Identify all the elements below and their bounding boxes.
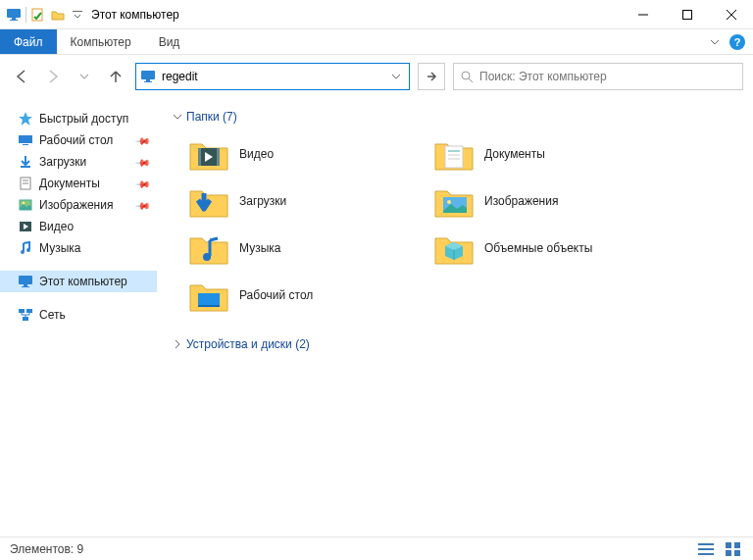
address-dropdown-icon[interactable] xyxy=(387,72,405,81)
properties-icon[interactable] xyxy=(30,7,46,23)
svg-rect-16 xyxy=(21,166,30,168)
desktop-folder-icon xyxy=(188,277,229,314)
ribbon-collapse-icon[interactable] xyxy=(710,37,720,47)
folder-item-3d-objects[interactable]: Объемные объекты xyxy=(431,228,657,269)
sidebar-item-label: Сеть xyxy=(39,308,66,322)
folder-label: Рабочий стол xyxy=(239,288,313,302)
go-button[interactable] xyxy=(418,63,445,90)
svg-rect-10 xyxy=(146,79,150,81)
window-title: Этот компьютер xyxy=(91,8,179,22)
svg-rect-41 xyxy=(198,293,220,307)
svg-rect-11 xyxy=(144,81,152,82)
svg-rect-15 xyxy=(23,144,28,145)
qat-new-folder-icon[interactable] xyxy=(50,7,66,23)
qat-separator xyxy=(25,7,26,23)
sidebar-item-label: Быстрый доступ xyxy=(39,112,128,126)
qat-dropdown-icon[interactable] xyxy=(70,7,85,23)
sidebar-item-desktop[interactable]: Рабочий стол 📌 xyxy=(0,129,157,151)
help-button[interactable]: ? xyxy=(729,34,745,50)
folders-grid: Видео Документы Загрузки Изображения Муз… xyxy=(173,133,737,316)
pictures-icon xyxy=(18,197,33,213)
content-pane: Папки (7) Видео Документы Загрузки Изобр… xyxy=(157,98,753,536)
sidebar-item-label: Видео xyxy=(39,220,74,233)
folder-item-downloads[interactable]: Загрузки xyxy=(186,180,412,222)
svg-point-40 xyxy=(203,253,211,261)
sidebar-item-pictures[interactable]: Изображения 📌 xyxy=(0,194,157,216)
address-input[interactable] xyxy=(162,70,381,83)
svg-rect-47 xyxy=(734,542,740,548)
address-bar[interactable] xyxy=(135,63,410,90)
main-area: Быстрый доступ Рабочий стол 📌 Загрузки 📌… xyxy=(0,98,753,536)
sidebar-item-label: Музыка xyxy=(39,241,80,255)
sidebar-item-label: Загрузки xyxy=(39,155,86,169)
search-box[interactable] xyxy=(453,63,743,90)
folder-label: Видео xyxy=(239,147,274,161)
back-button[interactable] xyxy=(10,65,33,88)
sidebar-item-music[interactable]: Музыка xyxy=(0,237,157,259)
folder-item-videos[interactable]: Видео xyxy=(186,133,412,175)
quick-access-toolbar xyxy=(6,7,85,23)
svg-rect-30 xyxy=(23,317,28,321)
pin-icon: 📌 xyxy=(135,132,151,148)
folder-item-desktop[interactable]: Рабочий стол xyxy=(186,275,412,316)
sidebar-network[interactable]: Сеть xyxy=(0,304,157,326)
svg-rect-25 xyxy=(19,276,32,284)
devices-group-header[interactable]: Устройства и диски (2) xyxy=(173,333,737,361)
folder-item-music[interactable]: Музыка xyxy=(186,228,412,269)
svg-rect-49 xyxy=(734,550,740,556)
documents-folder-icon xyxy=(433,135,475,173)
svg-rect-44 xyxy=(698,548,714,550)
3d-objects-folder-icon xyxy=(433,229,475,267)
nav-row xyxy=(0,55,753,98)
forward-button[interactable] xyxy=(41,65,65,88)
pictures-folder-icon xyxy=(433,182,475,220)
folder-label: Изображения xyxy=(484,194,558,208)
videos-folder-icon xyxy=(188,135,229,173)
sidebar-item-documents[interactable]: Документы 📌 xyxy=(0,173,157,194)
search-input[interactable] xyxy=(479,70,736,83)
tab-computer[interactable]: Компьютер xyxy=(57,29,145,54)
documents-icon xyxy=(18,176,33,191)
sidebar-item-label: Изображения xyxy=(39,198,113,212)
minimize-button[interactable] xyxy=(621,0,665,29)
folder-item-pictures[interactable]: Изображения xyxy=(431,180,657,222)
music-folder-icon xyxy=(188,229,229,267)
svg-line-13 xyxy=(469,78,473,82)
sidebar-item-label: Документы xyxy=(39,177,100,190)
svg-rect-26 xyxy=(24,284,27,286)
svg-rect-4 xyxy=(73,11,82,12)
sidebar-item-videos[interactable]: Видео xyxy=(0,216,157,237)
star-icon xyxy=(18,111,33,127)
network-icon xyxy=(18,307,33,323)
up-button[interactable] xyxy=(104,65,127,88)
pin-icon: 📌 xyxy=(135,176,151,191)
videos-icon xyxy=(18,219,33,234)
app-icon xyxy=(6,7,22,23)
sidebar-item-label: Этот компьютер xyxy=(39,275,127,288)
folder-item-documents[interactable]: Документы xyxy=(431,133,657,175)
svg-point-39 xyxy=(447,200,451,204)
this-pc-icon xyxy=(18,274,33,289)
sidebar-item-label: Рабочий стол xyxy=(39,133,113,147)
svg-rect-42 xyxy=(198,305,220,307)
group-label: Папки (7) xyxy=(186,110,237,124)
folder-label: Объемные объекты xyxy=(484,241,592,255)
group-label: Устройства и диски (2) xyxy=(186,337,310,351)
svg-rect-6 xyxy=(682,10,691,19)
recent-locations-button[interactable] xyxy=(73,65,96,88)
tab-view[interactable]: Вид xyxy=(145,29,194,54)
item-count: Элементов: 9 xyxy=(10,542,83,556)
close-button[interactable] xyxy=(709,0,753,29)
maximize-button[interactable] xyxy=(665,0,709,29)
folder-label: Документы xyxy=(484,147,545,161)
svg-rect-32 xyxy=(198,148,201,166)
large-icons-view-button[interactable] xyxy=(724,541,743,557)
file-tab[interactable]: Файл xyxy=(0,29,57,54)
folders-group-header[interactable]: Папки (7) xyxy=(173,106,737,133)
desktop-icon xyxy=(18,132,33,148)
search-icon xyxy=(460,70,474,83)
sidebar-quick-access[interactable]: Быстрый доступ xyxy=(0,108,157,129)
sidebar-item-downloads[interactable]: Загрузки 📌 xyxy=(0,151,157,173)
details-view-button[interactable] xyxy=(696,541,716,557)
sidebar-this-pc[interactable]: Этот компьютер xyxy=(0,271,157,292)
